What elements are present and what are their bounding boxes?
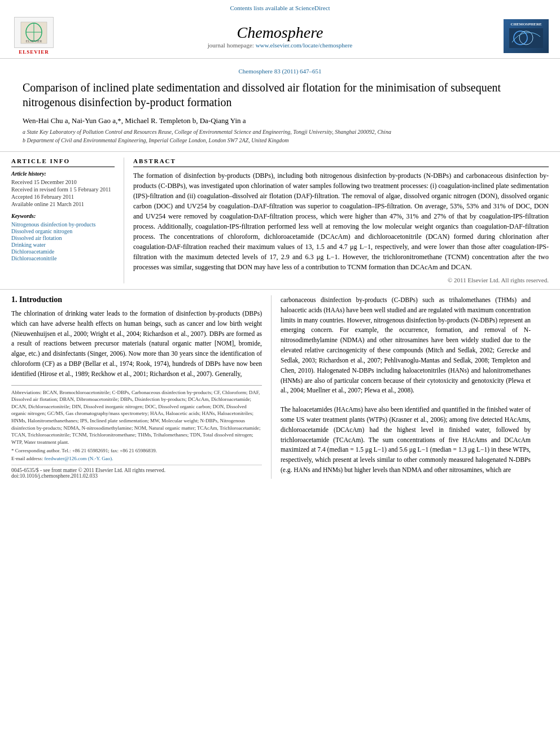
homepage-url[interactable]: www.elsevier.com/locate/chemosphere — [256, 42, 353, 49]
available-date: Available online 21 March 2011 — [11, 201, 115, 207]
svg-text:ELSEVIER: ELSEVIER — [26, 40, 42, 43]
article-title: Comparison of inclined plate sedimentati… — [23, 80, 537, 110]
main-content: 1. Introduction The chlorination of drin… — [0, 289, 560, 479]
copyright-line: © 2011 Elsevier Ltd. All rights reserved… — [133, 277, 549, 283]
doi-line: 0045-6535/$ - see front matter © 2011 El… — [11, 465, 262, 479]
affiliation-2: b Department of Civil and Environmental … — [23, 137, 537, 143]
received-revised-date: Received in revised form 1 5 February 20… — [11, 186, 115, 193]
accepted-date: Accepted 16 February 2011 — [11, 194, 115, 200]
elsevier-logo-image: ELSEVIER — [14, 17, 54, 48]
keywords-section: Keywords: Nitrogenous disinfection by-pr… — [11, 213, 115, 261]
contents-bar: Contents lists available at ScienceDirec… — [11, 5, 549, 11]
abstract-col: Abstract The formation of disinfection b… — [124, 158, 549, 283]
doi: doi:10.1016/j.chemosphere.2011.02.033 — [11, 473, 98, 479]
authors: Wen-Hai Chu a, Nai-Yun Gao a,*, Michael … — [23, 116, 537, 125]
history-label: Article history: — [11, 171, 115, 177]
email-address[interactable]: feedwater@126.com (N.-Y. Gao). — [44, 456, 113, 461]
homepage-label: journal homepage: — [208, 42, 254, 49]
article-info-col: Article Info Article history: Received 1… — [11, 158, 124, 283]
abbreviations-text: Abbreviations: BCAN, Bromochloroacetonit… — [11, 389, 262, 446]
chemosphere-logo-text: CHEMOSPHERE — [509, 22, 543, 50]
sciencedirect-link[interactable]: ScienceDirect — [295, 5, 330, 11]
journal-header: Contents lists available at ScienceDirec… — [0, 0, 560, 59]
keyword-2: Dissolved organic nitrogen — [11, 228, 115, 234]
article-header: Chemosphere 83 (2011) 647–651 Comparison… — [0, 59, 560, 152]
affiliation-1: a State Key Laboratory of Pollution Cont… — [23, 129, 537, 135]
content-left-col: 1. Introduction The chlorination of drin… — [11, 295, 271, 479]
article-body: Article Info Article history: Received 1… — [0, 152, 560, 283]
footnotes-section: Abbreviations: BCAN, Bromochloroacetonit… — [11, 385, 262, 462]
corresponding-author-note: * Corresponding author. Tel.: +86 21 659… — [11, 448, 262, 453]
email-label: E-mail address: — [11, 456, 43, 461]
abstract-heading: Abstract — [133, 158, 549, 167]
keywords-label: Keywords: — [11, 213, 115, 219]
email-note: E-mail address: feedwater@126.com (N.-Y.… — [11, 456, 262, 461]
contents-label: Contents lists available at — [230, 5, 294, 11]
intro-para-3: The haloacetamides (HAcAms) have also be… — [281, 405, 531, 475]
journal-ref: Chemosphere 83 (2011) 647–651 — [23, 68, 537, 75]
elsevier-text: ELSEVIER — [19, 49, 49, 55]
footer-copyright: 0045-6535/$ - see front matter © 2011 El… — [11, 468, 165, 473]
journal-main-header: ELSEVIER ELSEVIER Chemosphere journal ho… — [11, 14, 549, 58]
intro-para-2: carbonaceous disinfection by-products (C… — [281, 295, 531, 396]
page: Contents lists available at ScienceDirec… — [0, 0, 560, 747]
received-date: Received 15 December 2010 — [11, 179, 115, 185]
elsevier-logo: ELSEVIER ELSEVIER — [11, 17, 56, 55]
content-right-col: carbonaceous disinfection by-products (C… — [271, 295, 531, 479]
chemosphere-logo: CHEMOSPHERE — [504, 19, 549, 53]
intro-heading: 1. Introduction — [11, 295, 262, 304]
keyword-1: Nitrogenous disinfection by-products — [11, 221, 115, 228]
keyword-4: Drinking water — [11, 242, 115, 248]
article-info-heading: Article Info — [11, 158, 115, 167]
keyword-3: Dissolved air flotation — [11, 235, 115, 241]
journal-homepage: journal homepage: www.elsevier.com/locat… — [56, 42, 504, 49]
intro-para-1: The chlorination of drinking water leads… — [11, 309, 262, 379]
journal-name: Chemosphere — [56, 24, 504, 42]
journal-title-center: Chemosphere journal homepage: www.elsevi… — [56, 24, 504, 49]
abstract-text: The formation of disinfection by-product… — [133, 171, 549, 272]
keyword-6: Dichloroacetonitrile — [11, 255, 115, 261]
keyword-5: Dichloroacetamide — [11, 248, 115, 255]
